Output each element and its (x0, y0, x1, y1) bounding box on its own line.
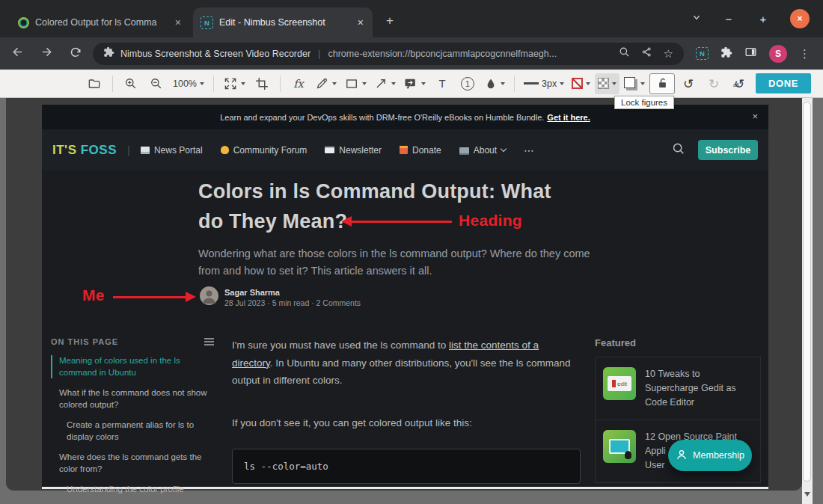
text-tool-label: T (438, 77, 445, 90)
omnibox[interactable]: Nimbus Screenshot & Screen Video Recorde… (93, 43, 684, 65)
line-width-dropdown[interactable]: 3px (521, 73, 567, 94)
counter-icon: 1 (461, 77, 474, 90)
nav-label: Donate (412, 145, 441, 156)
rectangle-tool[interactable] (341, 73, 370, 94)
chevron-down-icon (612, 82, 617, 85)
bookmark-star-icon[interactable]: ☆ (664, 47, 673, 61)
toc-title: ON THIS PAGE (51, 337, 118, 346)
redo-button[interactable]: ↻ (702, 73, 726, 94)
arrow-tool[interactable] (371, 73, 399, 94)
undo-button[interactable]: ↺ (676, 73, 700, 94)
author-texts: Sagar Sharma 28 Jul 2023 · 5 min read · … (224, 288, 361, 307)
article-heading-line1: Colors in ls Command Output: What (198, 176, 606, 206)
new-screenshot-tool[interactable] (82, 73, 106, 94)
browser-menu-icon[interactable]: ⋮ (799, 47, 810, 61)
extensions-puzzle-icon[interactable] (720, 46, 732, 61)
zoom-out-tool[interactable] (144, 73, 168, 94)
annotation-me-label[interactable]: Me (82, 286, 105, 304)
chevron-down-icon (640, 82, 645, 85)
annotation-heading-label[interactable]: Heading (459, 212, 522, 230)
tab-close-icon[interactable]: × (356, 16, 365, 28)
counter-tool[interactable]: 1 (456, 73, 480, 94)
article-heading: Colors in ls Command Output: What do The… (198, 176, 606, 236)
back-icon[interactable] (10, 45, 25, 62)
nav-news-portal: News Portal (141, 145, 203, 156)
scrollbar-thumb[interactable] (803, 102, 811, 482)
gift-icon (400, 146, 408, 154)
paint-thumbnail (603, 430, 636, 463)
toc-item: Meaning of colors used in the ls command… (51, 355, 214, 378)
reload-icon[interactable] (69, 46, 82, 62)
annotation-arrow-line[interactable] (113, 296, 186, 298)
zoom-in-tool[interactable] (119, 73, 143, 94)
chevron-down-icon (421, 82, 426, 85)
minimize-button[interactable]: − (721, 13, 736, 25)
window-close-button[interactable]: × (790, 9, 810, 28)
nav-label: Community Forum (233, 145, 308, 156)
crop-tool[interactable] (250, 73, 274, 94)
side-panel-icon[interactable] (744, 46, 757, 61)
zoom-level-value: 100% (173, 79, 197, 89)
shadow-dropdown[interactable] (621, 73, 648, 94)
nimbus-letter: N (204, 19, 209, 27)
tab-nimbus-edit[interactable]: N Edit - Nimbus Screenshot × (193, 7, 373, 37)
toc-item: Where does the ls command gets the color… (51, 452, 214, 475)
zoom-level-dropdown[interactable]: 100% (170, 73, 207, 94)
tab-search-chevron-icon[interactable] (691, 12, 702, 25)
lock-figures-tool[interactable] (649, 73, 675, 94)
envelope-icon (325, 147, 334, 153)
laptop-icon (459, 147, 469, 153)
profile-avatar[interactable]: S (769, 45, 787, 63)
annotation-arrowhead-right[interactable] (186, 292, 196, 302)
author-meta: 28 Jul 2023 · 5 min read · 2 Comments (224, 298, 361, 307)
redo-icon: ↻ (709, 76, 719, 91)
annotation-arrow-line[interactable] (350, 221, 452, 223)
nimbus-extension-icon[interactable]: N (696, 47, 709, 60)
screenshot-canvas[interactable]: Learn and expand your DevOps skills with… (42, 105, 768, 489)
editor-toolbar: 100% fx T 1 3px ↺ ↻ all↺ DONE (0, 70, 823, 98)
nav-about: About (459, 145, 506, 156)
share-icon[interactable] (641, 46, 652, 61)
paragraph-text: I'm sure you must have used the ls comma… (232, 339, 449, 351)
thumb-label: edit (617, 381, 627, 387)
scrollbar-down-arrow[interactable] (804, 492, 810, 497)
callout-tool[interactable] (400, 73, 429, 94)
zoom-icon[interactable] (619, 46, 630, 61)
forward-icon[interactable] (40, 45, 54, 62)
omnibox-actions: ☆ (619, 46, 673, 61)
nav-label: About (474, 145, 497, 156)
featured-card-title: 10 Tweaks to Supercharge Gedit as Code E… (645, 367, 753, 410)
newspaper-icon (141, 147, 150, 154)
toolbar-divider (514, 76, 515, 92)
table-of-contents: ON THIS PAGE Meaning of colors used in t… (51, 337, 214, 504)
pencil-tool[interactable] (312, 73, 340, 94)
chevron-down-icon (200, 82, 204, 85)
window-controls: − + × (691, 9, 810, 28)
featured-title: Featured (595, 337, 761, 348)
new-tab-button[interactable]: + (380, 11, 400, 31)
tab-title: Edit - Nimbus Screenshot (219, 17, 350, 28)
toc-item: What if the ls command does not show col… (51, 387, 214, 411)
undo-all-button[interactable]: all↺ (727, 73, 751, 94)
tab-close-icon[interactable]: × (174, 16, 183, 28)
nav-donate: Donate (400, 145, 441, 156)
nav-buttons (10, 45, 82, 62)
itsfoss-logo: IT'S FOSS (52, 143, 117, 158)
address-bar-row: Nimbus Screenshot & Screen Video Recorde… (0, 37, 823, 70)
stroke-color-dropdown[interactable] (569, 73, 593, 94)
chevron-down-icon (560, 82, 564, 85)
site-header: IT'S FOSS | News Portal Community Forum … (42, 129, 768, 170)
resize-tool[interactable] (220, 73, 248, 94)
article-subtitle: Wondering what are those colors in the l… (198, 245, 608, 279)
fill-pattern-dropdown[interactable] (595, 73, 619, 94)
tab-article[interactable]: Colored Output for ls Comma × (10, 7, 190, 37)
text-tool[interactable]: T (430, 73, 454, 94)
nimbus-letter: N (700, 49, 705, 58)
effects-tool[interactable]: fx (287, 73, 310, 94)
blur-tool[interactable] (481, 73, 508, 94)
maximize-button[interactable]: + (756, 13, 771, 25)
toolbar-divider (213, 76, 214, 92)
done-button[interactable]: DONE (756, 73, 811, 93)
line-icon (524, 82, 539, 84)
header-divider: | (127, 144, 130, 156)
